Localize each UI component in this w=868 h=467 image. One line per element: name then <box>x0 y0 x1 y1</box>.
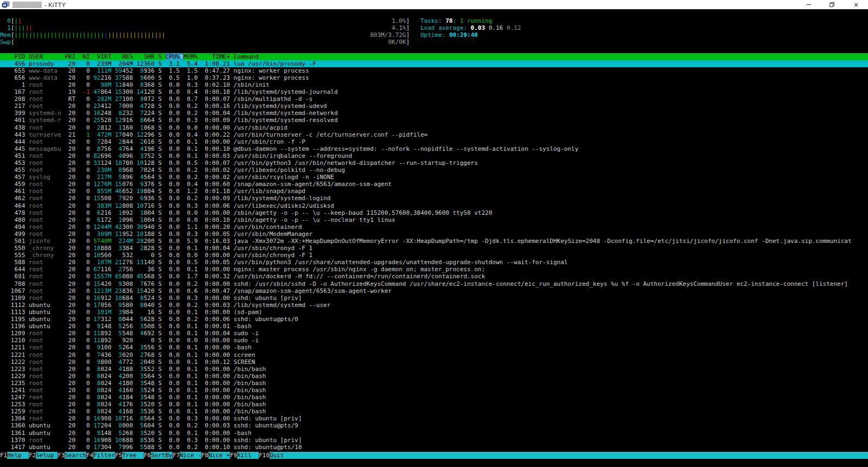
text-segment: 4 <box>115 408 122 415</box>
text-segment: root <box>29 266 61 273</box>
text-segment: 1 <box>137 209 144 216</box>
text-segment: root <box>29 366 61 373</box>
text-segment: | <box>104 31 108 39</box>
process-row-438[interactable]: 438 root 20 0 2812 1160 1068 S 0.0 0.0 0… <box>0 124 868 131</box>
process-row-453[interactable]: 453 root 20 0 33124 18780 10128 S 0.0 0.… <box>0 159 868 167</box>
process-row-457[interactable]: 457 syslog 20 0 217M 5896 4564 S 0.0 0.2… <box>0 174 868 181</box>
process-row-1210[interactable]: 1210 root 20 0 11892 920 0 S 0.0 0.0 0:0… <box>0 337 868 344</box>
text-segment: 3 <box>137 152 144 159</box>
fnkey-f5[interactable]: F5Tree <box>115 452 144 459</box>
text-segment: 3 <box>137 366 144 373</box>
text-segment: 6 <box>137 195 144 202</box>
text-segment: root <box>29 415 61 422</box>
text-segment: 11 <box>93 337 100 344</box>
close-button[interactable]: × <box>844 0 868 9</box>
text-segment: root <box>29 138 61 145</box>
text-segment: 4 <box>137 330 144 337</box>
text-segment: ||||||||||||||||||||||||| <box>15 31 105 39</box>
process-row-1304[interactable]: 1304 root 20 0 16908 10716 8564 S 0.0 0.… <box>0 415 868 422</box>
text-segment: 8 <box>93 408 100 415</box>
process-row-445[interactable]: 445 messagebu 20 0 8756 4764 4196 S 0.0 … <box>0 145 868 152</box>
text-segment: 8 <box>137 295 144 302</box>
process-row-478[interactable]: 478 root 20 0 6216 1092 1004 S 0.0 0.0 0… <box>0 209 868 216</box>
fnkey-f9[interactable]: F9Kill <box>230 452 259 459</box>
text-segment: 1557M <box>93 273 111 280</box>
text-segment: 46 <box>115 188 122 195</box>
process-row-443[interactable]: 443 turnserve 21 1 472M 17040 12296 S 0.… <box>0 131 868 138</box>
process-row-464[interactable]: 464 root 20 0 383M 12808 10716 S 0.0 0.3… <box>0 202 868 209</box>
process-row-462[interactable]: 462 root 20 0 15508 7920 6936 S 0.0 0.2 … <box>0 195 868 202</box>
text-segment: 8 <box>93 387 100 394</box>
restore-button[interactable] <box>820 0 844 9</box>
process-row-444[interactable]: 444 root 20 0 7284 2844 2616 S 0.0 0.1 0… <box>0 138 868 145</box>
fnkey-f6[interactable]: F6SortBy <box>144 452 173 459</box>
process-row-644[interactable]: 644 root 20 0 67116 2756 36 S 0.0 0.1 0:… <box>0 266 868 273</box>
fnkey-f1[interactable]: F1Help <box>0 452 29 459</box>
process-row-1211[interactable]: 1211 root 20 0 9100 5264 3556 S 0.0 0.1 … <box>0 344 868 351</box>
fnkey-f7[interactable]: F7Nice - <box>173 452 201 459</box>
process-row-1253[interactable]: 1253 root 20 0 8024 4176 3520 S 0.0 0.1 … <box>0 401 868 408</box>
fnkey-f2[interactable]: F2Setup <box>29 452 58 459</box>
process-row-208[interactable]: 208 root RT 0 282M 27100 9072 S 0.0 0.7 … <box>0 95 868 103</box>
process-row-708[interactable]: 708 root 20 0 15420 9308 7676 S 0.0 0.2 … <box>0 280 868 287</box>
column-header-cpu[interactable]: CPU%▽ <box>165 53 183 60</box>
process-row-461[interactable]: 461 root 20 0 855M 46652 19884 S 0.0 1.2… <box>0 188 868 195</box>
process-row-1235[interactable]: 1235 root 20 0 8024 4180 3548 S 0.0 0.1 … <box>0 380 868 387</box>
process-row-1370[interactable]: 1370 root 20 0 16908 10688 8536 S 0.0 0.… <box>0 437 868 444</box>
process-row-1361[interactable]: 1361 ubuntu 20 0 9148 5268 3520 S 0.0 0.… <box>0 430 868 437</box>
process-row-1196[interactable]: 1196 ubuntu 20 0 9148 5256 3508 S 0.0 0.… <box>0 323 868 330</box>
process-row-455[interactable]: 455 root 20 0 230M 8968 7024 S 0.0 0.2 0… <box>0 167 868 174</box>
text-segment: ] <box>406 39 410 46</box>
process-row-167[interactable]: 167 root 19 -1 47864 15300 14120 S 0.0 0… <box>0 88 868 95</box>
fnkey-f3[interactable]: F3Search <box>58 452 86 459</box>
text-segment: 8 <box>137 81 144 88</box>
fnkey-f8[interactable]: F8Nice + <box>201 452 230 459</box>
process-row-501[interactable]: 501 jicofo 20 0 5740M 224M 28200 S 0.0 5… <box>0 238 868 245</box>
process-row-459[interactable]: 459 root 20 0 1276M 15076 9376 S 0.0 0.4… <box>0 181 868 188</box>
fnkey-f10[interactable]: F10Quit <box>259 452 291 459</box>
process-row-588[interactable]: 588 root 20 0 107M 21276 13140 S 0.0 0.5… <box>0 259 868 266</box>
process-row-217[interactable]: 217 root 20 0 23412 7000 4728 S 0.0 0.2 … <box>0 103 868 110</box>
text-segment: 1276M <box>93 181 111 188</box>
process-row-456[interactable]: 456 prosody 20 0 239M 204M 12360 S 3.1 5… <box>0 60 868 67</box>
process-row-1417[interactable]: 1417 ubuntu 20 0 17304 7996 5588 S 0.0 0… <box>0 444 868 451</box>
process-row-401[interactable]: 401 systemd-r 20 0 25528 12916 8664 S 0.… <box>0 117 868 124</box>
process-row-1223[interactable]: 1223 root 20 0 8024 4188 3552 S 0.0 0.1 … <box>0 366 868 373</box>
process-row-1360[interactable]: 1360 ubuntu 20 0 17204 8000 5604 S 0.0 0… <box>0 422 868 429</box>
text-segment: 8 <box>137 117 144 124</box>
process-row-1221[interactable]: 1221 root 20 0 7436 3020 2768 S 0.0 0.1 … <box>0 351 868 359</box>
text-segment: F7 <box>173 452 180 459</box>
process-row-1067[interactable]: 1067 root 20 0 1213M 23836 15420 S 0.0 0… <box>0 287 868 295</box>
process-row-399[interactable]: 399 systemd-n 20 0 16248 8232 7224 S 0.0… <box>0 110 868 117</box>
text-segment: 00:20:40 <box>449 31 478 39</box>
process-row-451[interactable]: 451 root 20 0 82696 4096 3752 S 0.0 0.1 … <box>0 152 868 159</box>
text-segment: root <box>29 152 61 159</box>
process-row-1241[interactable]: 1241 root 20 0 8024 4160 3524 S 0.0 0.1 … <box>0 387 868 394</box>
process-row-1109[interactable]: 1109 root 20 0 16912 10684 8524 S 0.0 0.… <box>0 295 868 302</box>
process-row-655[interactable]: 655 www-data 20 0 111M 59452 9936 S 1.5 … <box>0 67 868 74</box>
process-row-1222[interactable]: 1222 root 20 0 9800 4772 2040 S 0.0 0.1 … <box>0 359 868 366</box>
process-row-1195[interactable]: 1195 ubuntu 20 0 17312 8044 5628 S 0.0 0… <box>0 316 868 323</box>
process-row-550[interactable]: 550 _chrony 20 0 18888 3384 2828 S 0.0 0… <box>0 245 868 252</box>
process-row-555[interactable]: 555 _chrony 20 0 10560 532 0 S 0.0 0.0 0… <box>0 252 868 259</box>
process-row-1113[interactable]: 1113 ubuntu 20 0 101M 3984 16 S 0.0 0.1 … <box>0 309 868 316</box>
process-row-1247[interactable]: 1247 root 20 0 8024 4184 3548 S 0.0 0.1 … <box>0 394 868 401</box>
process-row-1229[interactable]: 1229 root 20 0 8024 4200 3564 S 0.0 0.1 … <box>0 373 868 380</box>
text-segment: 101M <box>93 309 111 316</box>
process-row-1209[interactable]: 1209 root 20 0 11892 5548 4692 S 0.0 0.1… <box>0 330 868 337</box>
process-row-1[interactable]: 1 root 20 0 98M 11840 8368 S 0.0 0.3 0:0… <box>0 81 868 88</box>
text-segment: 3 <box>115 351 122 359</box>
process-row-1259[interactable]: 1259 root 20 0 8024 4168 3536 S 0.0 0.1 … <box>0 408 868 415</box>
process-row-494[interactable]: 494 root 20 0 1244M 42300 30940 S 0.0 1.… <box>0 223 868 231</box>
minimize-button[interactable] <box>796 0 820 9</box>
text-segment: F1 <box>0 452 7 459</box>
process-row-480[interactable]: 480 root 20 0 6172 1096 1004 S 0.0 0.0 0… <box>0 216 868 223</box>
fnkey-f4[interactable]: F4Filter <box>86 452 115 459</box>
process-row-1112[interactable]: 1112 ubuntu 20 0 17056 9580 8040 S 0.0 0… <box>0 302 868 309</box>
process-row-499[interactable]: 499 root 20 0 309M 11952 10188 S 0.0 0.3… <box>0 231 868 238</box>
process-row-691[interactable]: 691 root 20 0 1557M 65080 45568 S 0.0 1.… <box>0 273 868 280</box>
process-row-656[interactable]: 656 www-data 20 0 92216 37588 9600 S 0.5… <box>0 74 868 81</box>
text-segment: [ <box>11 24 15 31</box>
table-header-row[interactable]: PID USER PRI NI VIRT RES SHR S CPU%▽MEM%… <box>0 53 868 60</box>
text-segment: 30 <box>137 223 144 231</box>
